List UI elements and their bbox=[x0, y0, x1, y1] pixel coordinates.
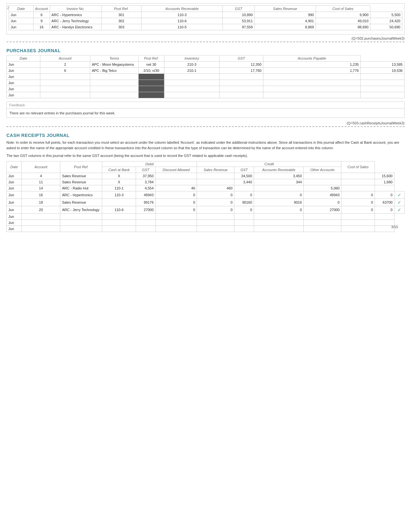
cr-credit-gst[interactable] bbox=[254, 213, 304, 219]
cr-cash[interactable] bbox=[136, 226, 155, 232]
cr-post[interactable] bbox=[102, 213, 136, 219]
cash-receipts-row: Jun bbox=[7, 226, 405, 232]
cr-sales-rev[interactable] bbox=[234, 213, 254, 219]
feedback-text: There are no relevant entries in the pur… bbox=[7, 109, 404, 118]
cr-gst: 0 bbox=[155, 198, 197, 206]
cr-ar: 5,060 bbox=[304, 185, 341, 191]
pj-inventory[interactable] bbox=[220, 86, 263, 92]
cr-ar[interactable] bbox=[304, 219, 341, 226]
cr-cos: 0 bbox=[375, 191, 395, 198]
pj-post[interactable] bbox=[164, 92, 219, 98]
cr-ar[interactable] bbox=[304, 226, 341, 232]
cr-other[interactable] bbox=[341, 213, 375, 219]
cr-gst bbox=[155, 179, 197, 185]
pj-ap[interactable] bbox=[360, 74, 404, 80]
crj-cash-at-bank: Cash at Bank bbox=[102, 167, 136, 173]
cr-post: X bbox=[102, 179, 136, 185]
cr-post[interactable] bbox=[102, 226, 136, 232]
cr-date: Jun bbox=[7, 191, 22, 198]
cr-other bbox=[341, 179, 375, 185]
pj-gst[interactable] bbox=[263, 92, 361, 98]
cr-gst: 0 bbox=[155, 206, 197, 213]
pj-day: 6 bbox=[40, 68, 90, 74]
pj-ap[interactable] bbox=[360, 80, 404, 86]
cr-date: Jun bbox=[7, 179, 22, 185]
cr-sales-rev: 3,440 bbox=[234, 179, 254, 185]
pj-terms-input[interactable] bbox=[138, 92, 164, 98]
cr-day[interactable] bbox=[22, 219, 60, 226]
pj-gst[interactable] bbox=[263, 80, 361, 86]
sj-invoice: 301 bbox=[101, 12, 142, 18]
pj-terms-input[interactable] bbox=[138, 74, 164, 80]
pj-day[interactable] bbox=[40, 80, 90, 86]
checkmark-icon: ✓ bbox=[397, 207, 401, 212]
pj-ap[interactable] bbox=[360, 86, 404, 92]
purchases-journal-wrapper: PURCHASES JOURNAL Date Account Terms Pos… bbox=[6, 42, 405, 118]
sj-revenue: 88,690 bbox=[316, 24, 370, 30]
pj-post[interactable] bbox=[164, 86, 219, 92]
cr-account[interactable] bbox=[60, 219, 102, 226]
cr-gst bbox=[155, 173, 197, 179]
cr-cash: 27000 bbox=[136, 206, 155, 213]
cr-cash[interactable] bbox=[136, 219, 155, 226]
cr-credit-gst[interactable] bbox=[254, 219, 304, 226]
pj-account[interactable] bbox=[90, 74, 138, 80]
cr-discount: 0 bbox=[197, 191, 234, 198]
cr-credit-gst[interactable] bbox=[254, 226, 304, 232]
col-revenue: Sales Revenue bbox=[255, 6, 316, 12]
col-invoice: Invoice No. bbox=[50, 6, 101, 12]
sj-ar: 53,911 bbox=[223, 18, 255, 24]
pj-terms-input[interactable] bbox=[138, 86, 164, 92]
pj-account[interactable] bbox=[90, 80, 138, 86]
cr-discount[interactable] bbox=[197, 213, 234, 219]
cr-other[interactable] bbox=[341, 219, 375, 226]
sj-post: 110-3 bbox=[142, 12, 223, 18]
cr-cash: 37,950 bbox=[136, 173, 155, 179]
pj-inventory[interactable] bbox=[220, 80, 263, 86]
pj-day[interactable] bbox=[40, 74, 90, 80]
cr-cash[interactable] bbox=[136, 213, 155, 219]
cr-gst[interactable] bbox=[155, 226, 197, 232]
cr-ar[interactable] bbox=[304, 213, 341, 219]
cr-date: Jun bbox=[7, 219, 22, 226]
cash-receipts-row: Jun bbox=[7, 219, 405, 226]
cr-day: 4 bbox=[22, 173, 60, 179]
pj-col-ap: Accounts Payable bbox=[263, 55, 361, 62]
cr-day[interactable] bbox=[22, 226, 60, 232]
cr-cos[interactable] bbox=[375, 213, 395, 219]
cr-sales-rev[interactable] bbox=[234, 219, 254, 226]
pj-day[interactable] bbox=[40, 86, 90, 92]
col-post: Post Ref. bbox=[101, 6, 142, 12]
cr-day: 20 bbox=[22, 206, 60, 213]
pj-ap[interactable] bbox=[360, 92, 404, 98]
cr-gst[interactable] bbox=[155, 213, 197, 219]
pj-inventory[interactable] bbox=[220, 74, 263, 80]
cr-other[interactable] bbox=[341, 226, 375, 232]
cash-receipts-table: Date Account Post Ref. Debit Credit Cost… bbox=[6, 161, 405, 232]
crj-ar: Accounts Receivable bbox=[254, 167, 304, 173]
pj-gst[interactable] bbox=[263, 86, 361, 92]
pj-post[interactable] bbox=[164, 80, 219, 86]
pj-account[interactable] bbox=[90, 92, 138, 98]
pj-post[interactable] bbox=[164, 74, 219, 80]
pj-day[interactable] bbox=[40, 92, 90, 98]
cr-day[interactable] bbox=[22, 213, 60, 219]
sj-ar: 10,890 bbox=[223, 12, 255, 18]
cr-discount[interactable] bbox=[197, 219, 234, 226]
pj-inventory[interactable] bbox=[220, 92, 263, 98]
cr-post[interactable] bbox=[102, 219, 136, 226]
cr-sales-rev: 0 bbox=[234, 191, 254, 198]
cr-account[interactable] bbox=[60, 213, 102, 219]
crj-col-postref: Post Ref. bbox=[60, 161, 102, 173]
cr-sales-rev[interactable] bbox=[234, 226, 254, 232]
cr-account[interactable] bbox=[60, 226, 102, 232]
pj-terms-input[interactable] bbox=[138, 80, 164, 86]
cr-gst[interactable] bbox=[155, 219, 197, 226]
cr-account: ARC - Hypertronics bbox=[60, 191, 102, 198]
cr-date: Jun bbox=[7, 185, 22, 191]
cr-discount bbox=[197, 173, 234, 179]
cr-credit-gst: 0 bbox=[254, 206, 304, 213]
cr-discount[interactable] bbox=[197, 226, 234, 232]
pj-account[interactable] bbox=[90, 86, 138, 92]
pj-gst[interactable] bbox=[263, 74, 361, 80]
